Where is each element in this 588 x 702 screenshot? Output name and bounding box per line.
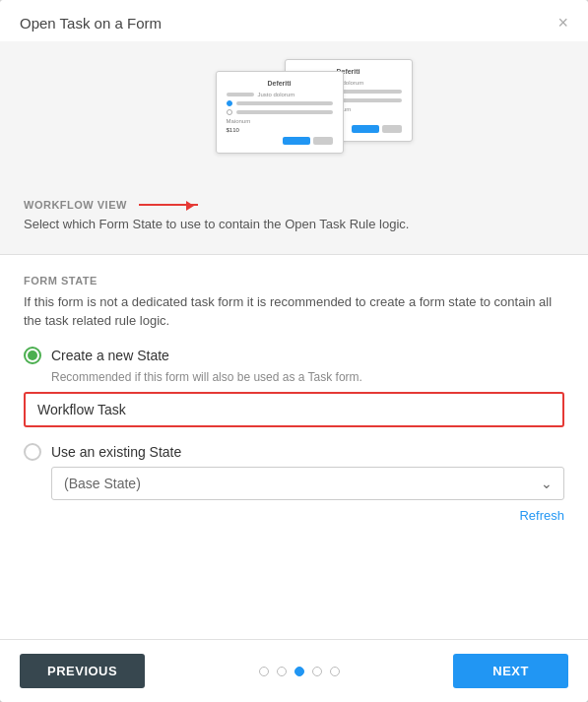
option-existing-state-label: Use an existing State bbox=[51, 444, 181, 460]
arrow-right-icon bbox=[139, 204, 198, 206]
option-new-state-label: Create a new State bbox=[51, 348, 169, 363]
dot-4 bbox=[312, 667, 322, 676]
radio-inner bbox=[28, 351, 37, 360]
dot-5 bbox=[330, 667, 340, 676]
dot-1 bbox=[259, 667, 269, 676]
dialog-title: Open Task on a Form bbox=[20, 15, 162, 32]
close-button[interactable]: × bbox=[557, 14, 568, 32]
refresh-row: Refresh bbox=[24, 508, 564, 523]
dialog-footer: PREVIOUS NEXT bbox=[0, 639, 588, 702]
base-state-dropdown-wrapper: (Base State) ⌄ bbox=[51, 467, 564, 500]
dot-2 bbox=[277, 667, 287, 676]
workflow-view-section: Deferiti Justo dolorum Maionum bbox=[0, 41, 588, 255]
form-state-description: If this form is not a dedicated task for… bbox=[24, 292, 564, 331]
dialog: Open Task on a Form × Deferiti Justo dol… bbox=[0, 0, 588, 702]
illustration-area: Deferiti Justo dolorum Maionum bbox=[0, 41, 588, 199]
workflow-view-label-row: WORKFLOW VIEW bbox=[0, 199, 588, 211]
option-new-state[interactable]: Create a new State bbox=[24, 347, 564, 364]
radio-existing-state[interactable] bbox=[24, 443, 41, 461]
workflow-task-input[interactable] bbox=[24, 392, 564, 427]
mini-card-front: Deferiti Justo dolorum Maionum $11 bbox=[216, 71, 344, 154]
dot-3 bbox=[294, 667, 304, 676]
mini-card-front-title: Deferiti bbox=[227, 80, 333, 87]
pagination-dots bbox=[259, 667, 340, 676]
refresh-button[interactable]: Refresh bbox=[519, 508, 564, 523]
base-state-dropdown[interactable]: (Base State) bbox=[51, 467, 564, 500]
form-state-section: FORM STATE If this form is not a dedicat… bbox=[0, 255, 588, 640]
workflow-view-label: WORKFLOW VIEW bbox=[24, 199, 127, 211]
previous-button[interactable]: PREVIOUS bbox=[20, 654, 145, 688]
option-existing-state[interactable]: Use an existing State bbox=[24, 443, 564, 461]
radio-new-state[interactable] bbox=[24, 347, 41, 364]
workflow-view-description: Select which Form State to use to contai… bbox=[0, 215, 588, 234]
dialog-header: Open Task on a Form × bbox=[0, 0, 588, 41]
form-state-label: FORM STATE bbox=[24, 275, 564, 287]
next-button[interactable]: NEXT bbox=[453, 654, 568, 688]
option-new-state-hint: Recommended if this form will also be us… bbox=[51, 370, 564, 384]
